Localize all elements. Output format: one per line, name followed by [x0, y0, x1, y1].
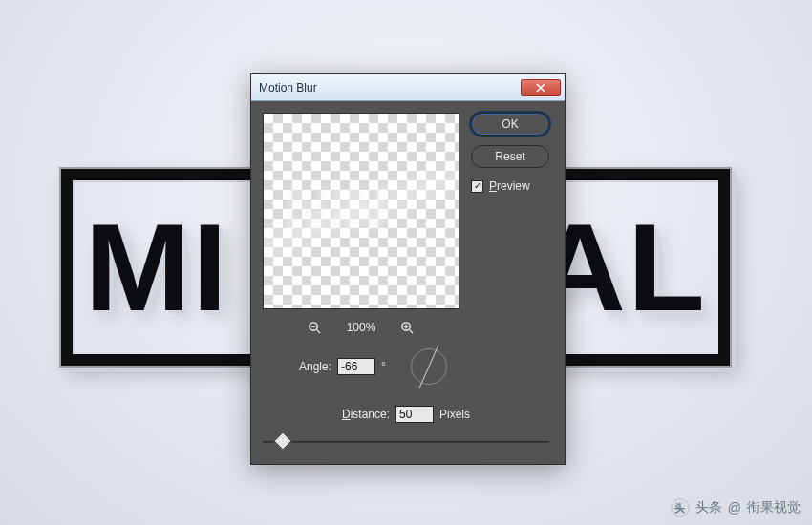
distance-unit: Pixels: [439, 408, 470, 421]
close-button[interactable]: [521, 79, 561, 96]
zoom-out-icon: [308, 321, 322, 335]
zoom-level: 100%: [347, 321, 376, 334]
watermark-logo-icon: 头: [671, 498, 690, 517]
dialog-body: NIN 100% OK Reset ✓ Preview Angle: °: [259, 109, 557, 456]
angle-dial[interactable]: [411, 348, 447, 385]
distance-slider[interactable]: [263, 431, 549, 452]
distance-row: Distance: Pixels: [263, 395, 549, 433]
preview-ghost-text: NIN: [280, 171, 451, 245]
preview-checkbox[interactable]: ✓: [471, 180, 483, 193]
motion-blur-dialog: Motion Blur NIN 100% OK Reset ✓ Preview: [250, 74, 566, 465]
bg-text-left: MI: [85, 196, 229, 339]
ok-button[interactable]: OK: [471, 113, 549, 136]
zoom-in-button[interactable]: [400, 321, 415, 335]
slider-thumb[interactable]: [273, 431, 292, 451]
zoom-controls: 100%: [263, 315, 459, 340]
dialog-button-column: OK Reset ✓ Preview: [471, 113, 549, 193]
angle-label: Angle:: [299, 360, 331, 373]
svg-line-1: [316, 329, 320, 333]
watermark-name: 衔果视觉: [747, 499, 801, 516]
slider-track: [263, 441, 549, 443]
reset-button[interactable]: Reset: [471, 145, 549, 168]
watermark-at: @: [728, 500, 741, 515]
close-icon: [536, 83, 545, 93]
watermark: 头 头条 @ 衔果视觉: [671, 498, 801, 517]
preview-toggle-row: ✓ Preview: [471, 179, 549, 193]
distance-input[interactable]: [395, 406, 434, 423]
zoom-in-icon: [400, 321, 415, 335]
zoom-out-button[interactable]: [308, 321, 322, 335]
watermark-prefix: 头条: [695, 499, 722, 516]
angle-row: Angle: °: [263, 347, 549, 386]
dialog-titlebar[interactable]: Motion Blur: [251, 74, 565, 101]
svg-line-4: [410, 329, 414, 333]
preview-label: Preview: [489, 179, 530, 193]
angle-input[interactable]: [337, 358, 375, 375]
angle-unit: °: [381, 360, 386, 373]
dialog-title: Motion Blur: [259, 81, 521, 94]
distance-label: Distance:: [342, 408, 390, 421]
filter-preview[interactable]: NIN: [263, 113, 459, 309]
